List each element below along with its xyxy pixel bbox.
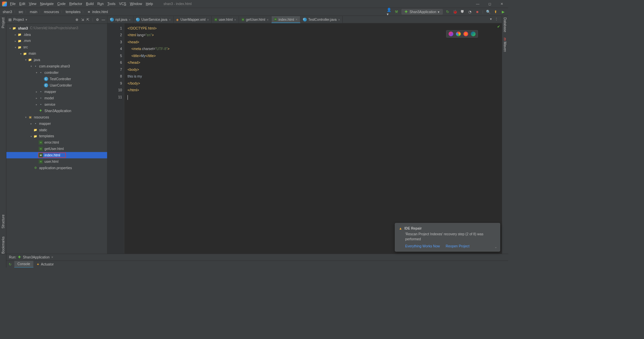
editor-tab[interactable]: CTestController.java× xyxy=(300,16,343,23)
menu-window[interactable]: Window xyxy=(130,2,142,6)
expand-icon[interactable]: ⇲ xyxy=(81,18,84,22)
locate-icon[interactable]: ⊕ xyxy=(75,18,78,22)
tree-node[interactable]: ▾📁templates xyxy=(6,133,107,139)
tree-node[interactable]: CUserController xyxy=(6,82,107,89)
tree-node[interactable]: ▸📁.mvn xyxy=(6,38,107,44)
tree-node[interactable]: ⯌Shan3Application xyxy=(6,107,107,114)
close-tab-icon[interactable]: × xyxy=(296,18,298,21)
builtin-preview-icon[interactable] xyxy=(448,32,453,36)
tree-node[interactable]: 📁static xyxy=(6,127,107,133)
tree-node[interactable]: ▾📁main xyxy=(6,50,107,57)
menu-vcs[interactable]: VCS xyxy=(119,2,126,6)
close-run-tab[interactable]: × xyxy=(51,255,53,259)
user-icon[interactable]: 👤▾ xyxy=(387,9,391,14)
tree-node[interactable]: CTestController xyxy=(6,76,107,82)
crumb[interactable]: shan3 xyxy=(3,10,12,14)
tab-list-icon[interactable]: ▾ xyxy=(490,17,492,21)
spring-icon: ⯌ xyxy=(405,10,408,14)
tree-node[interactable]: ▾▣resources xyxy=(6,114,107,120)
actuator-tab[interactable]: ✦Actuator xyxy=(33,261,57,268)
close-tab-icon[interactable]: × xyxy=(234,18,236,21)
menu-tools[interactable]: Tools xyxy=(107,2,115,6)
tree-node[interactable]: ▸▪mapper xyxy=(6,89,107,95)
tool-structure[interactable]: Structure xyxy=(1,214,5,229)
crumb[interactable]: src xyxy=(19,10,23,14)
stop-icon[interactable]: ■ xyxy=(475,9,480,14)
editor-tab[interactable]: ◈UserMapper.xml× xyxy=(174,16,212,23)
editor-tab[interactable]: Huser.html× xyxy=(212,16,239,23)
crumb[interactable]: main xyxy=(30,10,37,14)
close-tab-icon[interactable]: × xyxy=(267,18,268,21)
tree-node[interactable]: ▸▪model xyxy=(6,95,107,101)
tool-database[interactable]: Database xyxy=(503,17,507,32)
hammer-icon[interactable]: ⚒ xyxy=(394,9,399,14)
tree-node[interactable]: ▾▪controller xyxy=(6,69,107,76)
tab-more-icon[interactable]: ⋮ xyxy=(495,17,498,21)
menu-edit[interactable]: Edit xyxy=(19,2,25,6)
line-gutter[interactable]: 1234567891011 xyxy=(107,23,124,253)
tool-bookmarks[interactable]: Bookmarks xyxy=(1,237,5,254)
crumb[interactable]: index.html xyxy=(92,10,108,14)
edge-icon[interactable] xyxy=(471,32,476,36)
console-tab[interactable]: Console xyxy=(14,261,34,268)
tree-node[interactable]: Hindex.html xyxy=(6,152,107,158)
run-config-select[interactable]: ⯌ Shan3Application ▾ xyxy=(401,9,442,15)
close-tab-icon[interactable]: × xyxy=(207,18,209,21)
tool-maven[interactable]: m Maven xyxy=(503,38,507,52)
settings-icon[interactable]: ⚙ xyxy=(96,18,99,22)
inspection-ok-icon[interactable]: ✔ xyxy=(497,25,500,29)
tree-node[interactable]: Herror.html xyxy=(6,139,107,146)
tree-node[interactable]: ▸▪mapper xyxy=(6,120,107,127)
reopen-project-button[interactable]: Reopen Project xyxy=(446,244,470,248)
maximize-button[interactable]: ◻ xyxy=(484,0,496,8)
menu-refactor[interactable]: Refactor xyxy=(69,2,83,6)
tree-node[interactable]: HgetUser.html xyxy=(6,146,107,152)
close-button[interactable]: ✕ xyxy=(496,0,508,8)
menu-build[interactable]: Build xyxy=(86,2,94,6)
coverage-icon[interactable]: ⛊ xyxy=(460,9,465,14)
editor-tab[interactable]: Cnpl.java× xyxy=(107,16,133,23)
close-tab-icon[interactable]: × xyxy=(129,18,130,21)
collapse-icon[interactable]: ⇱ xyxy=(87,18,90,22)
hide-icon[interactable]: ― xyxy=(102,18,105,22)
rerun-icon[interactable]: ↻ xyxy=(445,9,450,14)
menu-run[interactable]: Run xyxy=(97,2,104,6)
menu-view[interactable]: View xyxy=(29,2,36,6)
profile-icon[interactable]: ◔ xyxy=(468,9,472,14)
tree-root[interactable]: ▾ 📁 shan3 C:\Users\哈\IdeaProjects\shan3 xyxy=(6,25,107,31)
minimize-button[interactable]: ― xyxy=(472,0,484,8)
tree-node[interactable]: ▾📁src xyxy=(6,44,107,50)
editor-tab[interactable]: CUserService.java× xyxy=(133,16,174,23)
menu-navigate[interactable]: Navigate xyxy=(40,2,53,6)
debug-icon[interactable]: 🐞 xyxy=(453,9,458,14)
menu-code[interactable]: Code xyxy=(57,2,66,6)
search-icon[interactable]: 🔍 xyxy=(486,9,491,14)
close-tab-icon[interactable]: × xyxy=(169,18,171,21)
expand-notification-icon[interactable]: ⌄ xyxy=(494,245,497,249)
menu-help[interactable]: Help xyxy=(146,2,153,6)
sync-icon[interactable]: ⬆ xyxy=(493,9,498,14)
everything-works-button[interactable]: Everything Works Now xyxy=(405,244,440,248)
play-icon[interactable]: ▶ xyxy=(501,9,505,14)
project-tree[interactable]: ▾ 📁 shan3 C:\Users\哈\IdeaProjects\shan3 … xyxy=(6,24,107,254)
chrome-icon[interactable] xyxy=(456,32,461,36)
code-content[interactable]: <!DOCTYPE html> <html lang="en"> <head> … xyxy=(124,23,502,253)
editor-tab[interactable]: Hindex.html× xyxy=(271,16,300,23)
editor-tab[interactable]: HgetUser.html× xyxy=(239,16,271,23)
menu-file[interactable]: File xyxy=(10,2,16,6)
crumb[interactable]: templates xyxy=(66,10,80,14)
tree-node[interactable]: ▾▪com.example.shan3 xyxy=(6,63,107,69)
crumb[interactable]: resources xyxy=(44,10,59,14)
tree-node[interactable]: ▾📁java xyxy=(6,57,107,63)
breadcrumbs[interactable]: shan3〉 src〉 main〉 resources〉 templates〉 … xyxy=(3,9,108,14)
right-stripe: Database m Maven xyxy=(502,16,508,254)
tree-node[interactable]: Huser.html xyxy=(6,158,107,165)
tree-node[interactable]: ▸📁.idea xyxy=(6,31,107,38)
close-tab-icon[interactable]: × xyxy=(338,18,340,21)
tree-node[interactable]: ⚙application.properties xyxy=(6,165,107,171)
project-view-label[interactable]: Project xyxy=(13,18,24,22)
firefox-icon[interactable] xyxy=(464,32,468,36)
tree-node[interactable]: ▸▪service xyxy=(6,101,107,107)
tool-project[interactable]: Project xyxy=(1,17,5,28)
rerun-button[interactable]: ↻ xyxy=(6,262,14,266)
